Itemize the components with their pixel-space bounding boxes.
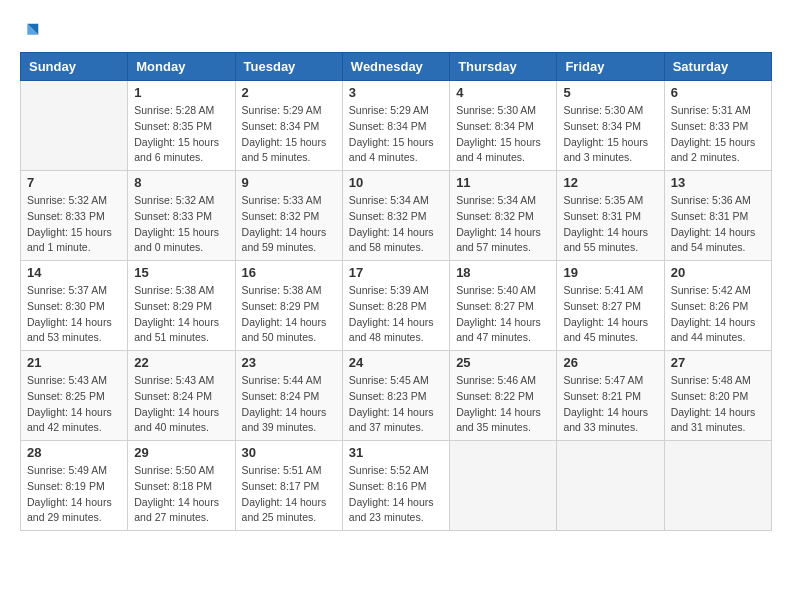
day-info: Sunrise: 5:32 AM Sunset: 8:33 PM Dayligh… bbox=[134, 193, 228, 256]
day-number: 13 bbox=[671, 175, 765, 190]
day-number: 1 bbox=[134, 85, 228, 100]
calendar-cell: 1Sunrise: 5:28 AM Sunset: 8:35 PM Daylig… bbox=[128, 81, 235, 171]
day-info: Sunrise: 5:30 AM Sunset: 8:34 PM Dayligh… bbox=[563, 103, 657, 166]
day-number: 22 bbox=[134, 355, 228, 370]
calendar-week-row: 14Sunrise: 5:37 AM Sunset: 8:30 PM Dayli… bbox=[21, 261, 772, 351]
day-number: 23 bbox=[242, 355, 336, 370]
day-number: 17 bbox=[349, 265, 443, 280]
day-info: Sunrise: 5:33 AM Sunset: 8:32 PM Dayligh… bbox=[242, 193, 336, 256]
day-number: 21 bbox=[27, 355, 121, 370]
day-info: Sunrise: 5:42 AM Sunset: 8:26 PM Dayligh… bbox=[671, 283, 765, 346]
calendar-cell: 25Sunrise: 5:46 AM Sunset: 8:22 PM Dayli… bbox=[450, 351, 557, 441]
day-number: 4 bbox=[456, 85, 550, 100]
logo bbox=[20, 20, 46, 42]
day-number: 9 bbox=[242, 175, 336, 190]
weekday-header: Thursday bbox=[450, 53, 557, 81]
day-number: 8 bbox=[134, 175, 228, 190]
calendar-cell bbox=[557, 441, 664, 531]
calendar-cell: 28Sunrise: 5:49 AM Sunset: 8:19 PM Dayli… bbox=[21, 441, 128, 531]
day-info: Sunrise: 5:29 AM Sunset: 8:34 PM Dayligh… bbox=[242, 103, 336, 166]
calendar-cell: 16Sunrise: 5:38 AM Sunset: 8:29 PM Dayli… bbox=[235, 261, 342, 351]
weekday-header: Wednesday bbox=[342, 53, 449, 81]
calendar-cell: 20Sunrise: 5:42 AM Sunset: 8:26 PM Dayli… bbox=[664, 261, 771, 351]
calendar-cell: 24Sunrise: 5:45 AM Sunset: 8:23 PM Dayli… bbox=[342, 351, 449, 441]
day-info: Sunrise: 5:45 AM Sunset: 8:23 PM Dayligh… bbox=[349, 373, 443, 436]
day-number: 3 bbox=[349, 85, 443, 100]
calendar-cell: 2Sunrise: 5:29 AM Sunset: 8:34 PM Daylig… bbox=[235, 81, 342, 171]
day-info: Sunrise: 5:38 AM Sunset: 8:29 PM Dayligh… bbox=[242, 283, 336, 346]
day-number: 6 bbox=[671, 85, 765, 100]
calendar-cell: 30Sunrise: 5:51 AM Sunset: 8:17 PM Dayli… bbox=[235, 441, 342, 531]
day-number: 7 bbox=[27, 175, 121, 190]
calendar-cell: 11Sunrise: 5:34 AM Sunset: 8:32 PM Dayli… bbox=[450, 171, 557, 261]
day-info: Sunrise: 5:30 AM Sunset: 8:34 PM Dayligh… bbox=[456, 103, 550, 166]
calendar-cell: 12Sunrise: 5:35 AM Sunset: 8:31 PM Dayli… bbox=[557, 171, 664, 261]
calendar-cell bbox=[664, 441, 771, 531]
day-info: Sunrise: 5:39 AM Sunset: 8:28 PM Dayligh… bbox=[349, 283, 443, 346]
day-number: 30 bbox=[242, 445, 336, 460]
calendar-cell: 6Sunrise: 5:31 AM Sunset: 8:33 PM Daylig… bbox=[664, 81, 771, 171]
day-number: 15 bbox=[134, 265, 228, 280]
weekday-header: Sunday bbox=[21, 53, 128, 81]
day-number: 29 bbox=[134, 445, 228, 460]
day-number: 26 bbox=[563, 355, 657, 370]
day-number: 16 bbox=[242, 265, 336, 280]
page-header bbox=[20, 20, 772, 42]
day-number: 11 bbox=[456, 175, 550, 190]
day-info: Sunrise: 5:34 AM Sunset: 8:32 PM Dayligh… bbox=[349, 193, 443, 256]
day-info: Sunrise: 5:32 AM Sunset: 8:33 PM Dayligh… bbox=[27, 193, 121, 256]
day-info: Sunrise: 5:49 AM Sunset: 8:19 PM Dayligh… bbox=[27, 463, 121, 526]
day-number: 20 bbox=[671, 265, 765, 280]
calendar-cell: 10Sunrise: 5:34 AM Sunset: 8:32 PM Dayli… bbox=[342, 171, 449, 261]
day-info: Sunrise: 5:38 AM Sunset: 8:29 PM Dayligh… bbox=[134, 283, 228, 346]
calendar-cell: 21Sunrise: 5:43 AM Sunset: 8:25 PM Dayli… bbox=[21, 351, 128, 441]
day-info: Sunrise: 5:43 AM Sunset: 8:24 PM Dayligh… bbox=[134, 373, 228, 436]
calendar-cell: 31Sunrise: 5:52 AM Sunset: 8:16 PM Dayli… bbox=[342, 441, 449, 531]
calendar-cell: 22Sunrise: 5:43 AM Sunset: 8:24 PM Dayli… bbox=[128, 351, 235, 441]
day-info: Sunrise: 5:48 AM Sunset: 8:20 PM Dayligh… bbox=[671, 373, 765, 436]
calendar-cell: 15Sunrise: 5:38 AM Sunset: 8:29 PM Dayli… bbox=[128, 261, 235, 351]
calendar-table: SundayMondayTuesdayWednesdayThursdayFrid… bbox=[20, 52, 772, 531]
calendar-header-row: SundayMondayTuesdayWednesdayThursdayFrid… bbox=[21, 53, 772, 81]
day-info: Sunrise: 5:52 AM Sunset: 8:16 PM Dayligh… bbox=[349, 463, 443, 526]
day-info: Sunrise: 5:31 AM Sunset: 8:33 PM Dayligh… bbox=[671, 103, 765, 166]
day-number: 31 bbox=[349, 445, 443, 460]
day-info: Sunrise: 5:51 AM Sunset: 8:17 PM Dayligh… bbox=[242, 463, 336, 526]
calendar-cell: 18Sunrise: 5:40 AM Sunset: 8:27 PM Dayli… bbox=[450, 261, 557, 351]
calendar-week-row: 28Sunrise: 5:49 AM Sunset: 8:19 PM Dayli… bbox=[21, 441, 772, 531]
calendar-week-row: 21Sunrise: 5:43 AM Sunset: 8:25 PM Dayli… bbox=[21, 351, 772, 441]
day-number: 12 bbox=[563, 175, 657, 190]
day-number: 18 bbox=[456, 265, 550, 280]
day-info: Sunrise: 5:40 AM Sunset: 8:27 PM Dayligh… bbox=[456, 283, 550, 346]
weekday-header: Saturday bbox=[664, 53, 771, 81]
day-info: Sunrise: 5:44 AM Sunset: 8:24 PM Dayligh… bbox=[242, 373, 336, 436]
calendar-cell: 8Sunrise: 5:32 AM Sunset: 8:33 PM Daylig… bbox=[128, 171, 235, 261]
calendar-cell: 19Sunrise: 5:41 AM Sunset: 8:27 PM Dayli… bbox=[557, 261, 664, 351]
day-info: Sunrise: 5:36 AM Sunset: 8:31 PM Dayligh… bbox=[671, 193, 765, 256]
day-info: Sunrise: 5:34 AM Sunset: 8:32 PM Dayligh… bbox=[456, 193, 550, 256]
day-info: Sunrise: 5:50 AM Sunset: 8:18 PM Dayligh… bbox=[134, 463, 228, 526]
day-info: Sunrise: 5:43 AM Sunset: 8:25 PM Dayligh… bbox=[27, 373, 121, 436]
calendar-cell: 23Sunrise: 5:44 AM Sunset: 8:24 PM Dayli… bbox=[235, 351, 342, 441]
calendar-cell bbox=[21, 81, 128, 171]
calendar-cell: 5Sunrise: 5:30 AM Sunset: 8:34 PM Daylig… bbox=[557, 81, 664, 171]
calendar-week-row: 7Sunrise: 5:32 AM Sunset: 8:33 PM Daylig… bbox=[21, 171, 772, 261]
day-number: 5 bbox=[563, 85, 657, 100]
day-info: Sunrise: 5:28 AM Sunset: 8:35 PM Dayligh… bbox=[134, 103, 228, 166]
day-info: Sunrise: 5:35 AM Sunset: 8:31 PM Dayligh… bbox=[563, 193, 657, 256]
calendar-cell: 9Sunrise: 5:33 AM Sunset: 8:32 PM Daylig… bbox=[235, 171, 342, 261]
weekday-header: Friday bbox=[557, 53, 664, 81]
calendar-body: 1Sunrise: 5:28 AM Sunset: 8:35 PM Daylig… bbox=[21, 81, 772, 531]
calendar-cell: 3Sunrise: 5:29 AM Sunset: 8:34 PM Daylig… bbox=[342, 81, 449, 171]
calendar-cell: 17Sunrise: 5:39 AM Sunset: 8:28 PM Dayli… bbox=[342, 261, 449, 351]
calendar-cell bbox=[450, 441, 557, 531]
calendar-cell: 27Sunrise: 5:48 AM Sunset: 8:20 PM Dayli… bbox=[664, 351, 771, 441]
day-number: 25 bbox=[456, 355, 550, 370]
day-number: 27 bbox=[671, 355, 765, 370]
calendar-cell: 14Sunrise: 5:37 AM Sunset: 8:30 PM Dayli… bbox=[21, 261, 128, 351]
calendar-cell: 7Sunrise: 5:32 AM Sunset: 8:33 PM Daylig… bbox=[21, 171, 128, 261]
day-number: 14 bbox=[27, 265, 121, 280]
day-info: Sunrise: 5:37 AM Sunset: 8:30 PM Dayligh… bbox=[27, 283, 121, 346]
day-number: 10 bbox=[349, 175, 443, 190]
weekday-header: Tuesday bbox=[235, 53, 342, 81]
